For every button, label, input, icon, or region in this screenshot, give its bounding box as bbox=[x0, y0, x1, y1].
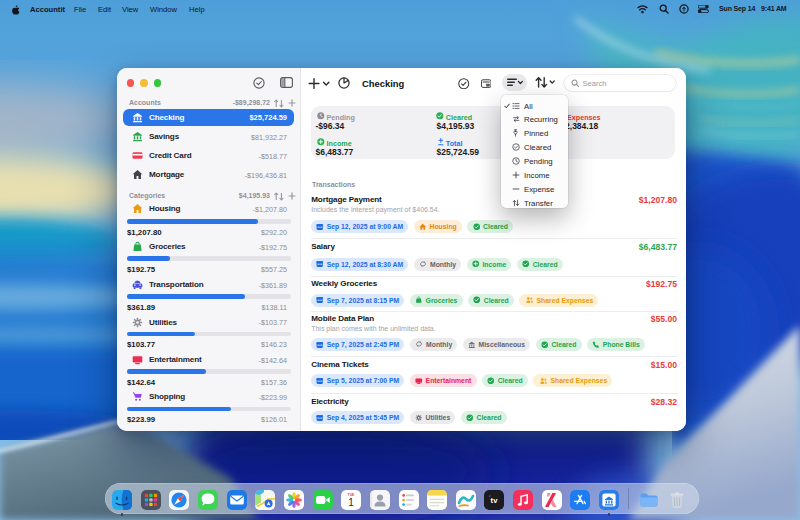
svg-text:1: 1 bbox=[348, 497, 354, 508]
svg-text:tv: tv bbox=[491, 496, 499, 505]
